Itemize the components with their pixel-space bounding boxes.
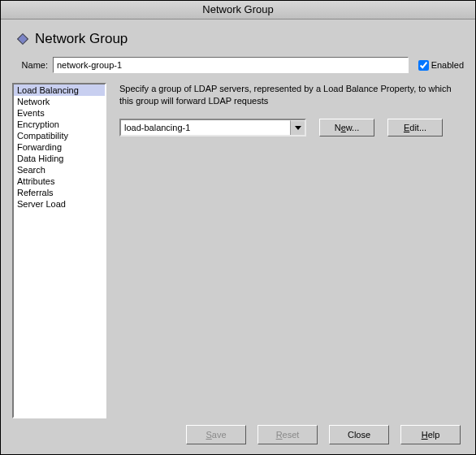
category-item[interactable]: Search	[14, 164, 105, 176]
category-item[interactable]: Load Balancing	[14, 84, 105, 96]
dialog-header: Network Group	[12, 31, 464, 47]
chevron-down-icon	[290, 120, 305, 135]
load-balance-select-row: load-balancing-1 New... Edit...	[119, 119, 464, 136]
category-item[interactable]: Data Hiding	[14, 153, 105, 164]
enabled-checkbox[interactable]: Enabled	[415, 58, 464, 73]
save-button: Save	[186, 425, 246, 444]
window-title: Network Group	[202, 3, 273, 15]
network-group-dialog: Network Group Network Group Name: Enable…	[0, 0, 476, 455]
category-item[interactable]: Server Load	[14, 198, 105, 210]
enabled-checkbox-input[interactable]	[418, 60, 429, 71]
name-label: Name:	[17, 60, 53, 70]
content-area: Network Group Name: Enabled Load Balanci…	[1, 20, 475, 454]
button-bar: Save Reset Close Help	[12, 418, 464, 446]
page-title: Network Group	[35, 31, 128, 47]
name-row: Name: Enabled	[12, 57, 464, 73]
edit-button[interactable]: Edit...	[387, 119, 443, 136]
load-balance-combo[interactable]: load-balancing-1	[119, 119, 306, 136]
svg-marker-0	[295, 126, 301, 130]
reset-button: Reset	[257, 425, 318, 444]
main-row: Load BalancingNetworkEventsEncryptionCom…	[12, 83, 464, 418]
detail-pane: Specify a group of LDAP servers, represe…	[119, 83, 464, 418]
close-button[interactable]: Close	[329, 425, 389, 444]
category-item[interactable]: Attributes	[14, 176, 105, 187]
diamond-icon	[17, 33, 28, 45]
new-button[interactable]: New...	[319, 119, 374, 136]
combo-value: load-balancing-1	[124, 123, 190, 132]
description-text: Specify a group of LDAP servers, represe…	[119, 83, 464, 107]
category-item[interactable]: Events	[14, 107, 105, 119]
category-item[interactable]: Compatibility	[14, 130, 105, 141]
category-item[interactable]: Referrals	[14, 187, 105, 198]
help-button[interactable]: Help	[400, 425, 461, 444]
category-item[interactable]: Network	[14, 96, 105, 107]
category-item[interactable]: Encryption	[14, 119, 105, 130]
category-item[interactable]: Forwarding	[14, 141, 105, 153]
category-list[interactable]: Load BalancingNetworkEventsEncryptionCom…	[12, 83, 106, 418]
name-input[interactable]	[53, 57, 409, 73]
enabled-label: Enabled	[431, 60, 464, 70]
window-titlebar: Network Group	[1, 1, 475, 20]
